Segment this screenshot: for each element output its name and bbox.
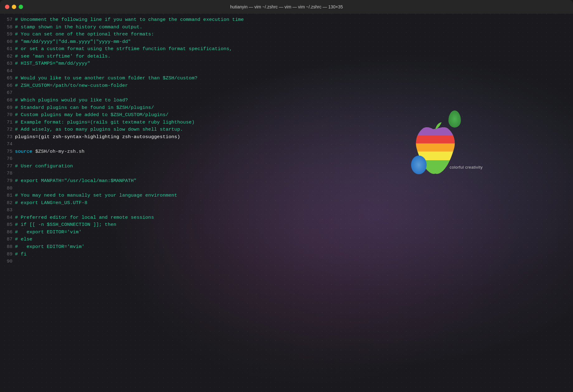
line-number: 87 [4,236,12,243]
line-number: 84 [4,214,12,222]
close-button[interactable] [5,5,9,9]
window-title: hutianyin — vim ~/.zshrc — vim — vim ~/.… [230,4,343,9]
code-line: 59# You can set one of the optional thre… [4,31,569,38]
line-number: 79 [4,177,12,185]
code-line: 84# Preferred editor for local and remot… [4,214,569,222]
line-content: # export EDITOR='mvim' [15,243,84,251]
line-content: # export EDITOR='vim' [15,229,82,236]
code-line: 62# see 'man strftime' for details. [4,53,569,60]
line-content: # You may need to manually set your lang… [15,192,177,199]
line-content [15,141,18,148]
code-line: 70# Custom plugins may be added to $ZSH_… [4,111,569,119]
code-line: 75source $ZSH/oh-my-zsh.sh [4,148,569,156]
line-content: # Standard plugins can be found in $ZSH/… [15,104,154,112]
line-number: 81 [4,192,12,199]
line-number: 85 [4,221,12,229]
maximize-button[interactable] [19,5,23,9]
code-line: 90 [4,258,569,265]
line-number: 68 [4,97,12,104]
line-number: 66 [4,82,12,90]
line-content: # Uncomment the following line if you wa… [15,16,244,24]
code-line: 65# Would you like to use another custom… [4,75,569,82]
line-content: # fi [15,251,26,258]
line-content: # Which plugins would you like to load? [15,97,128,104]
line-number: 71 [4,119,12,126]
line-number: 75 [4,148,12,156]
line-number: 82 [4,199,12,207]
code-line: 83 [4,207,569,214]
line-content: # Preferred editor for local and remote … [15,214,154,222]
line-content [15,258,18,265]
line-number: 83 [4,207,12,214]
code-line: 57# Uncomment the following line if you … [4,16,569,24]
line-content: # see 'man strftime' for details. [15,53,111,60]
line-content: # stamp shown in the history command out… [15,24,142,31]
line-content: # You can set one of the optional three … [15,31,154,38]
code-line: 66# ZSH_CUSTOM=/path/to/new-custom-folde… [4,82,569,90]
line-number: 65 [4,75,12,82]
line-content: # else [15,236,32,243]
code-line: 67 [4,89,569,97]
line-content: # HIST_STAMPS="mm/dd/yyyy" [15,60,90,68]
code-line: 79# export MANPATH="/usr/local/man:$MANP… [4,177,569,185]
code-line: 78 [4,170,569,177]
code-line: 77# User configuration [4,163,569,170]
line-content: # if [[ -n $SSH_CONNECTION ]]; then [15,221,116,229]
line-number: 62 [4,53,12,60]
line-content [15,207,18,214]
code-line: 87# else [4,236,569,243]
code-line: 85# if [[ -n $SSH_CONNECTION ]]; then [4,221,569,229]
minimize-button[interactable] [12,5,16,9]
traffic-lights [5,5,23,9]
line-content: plugins=(git zsh-syntax-highlighting zsh… [15,133,180,141]
line-number: 61 [4,45,12,53]
line-number: 63 [4,60,12,68]
terminal-window: hutianyin — vim ~/.zshrc — vim — vim ~/.… [0,0,573,392]
line-number: 77 [4,163,12,170]
svg-rect-2 [408,143,461,152]
code-line: 74 [4,141,569,148]
line-content [15,185,18,192]
colorful-creativity-text: colorful creativity [450,165,483,170]
line-number: 70 [4,111,12,119]
line-number: 64 [4,68,12,75]
code-line: 63# HIST_STAMPS="mm/dd/yyyy" [4,60,569,68]
line-number: 58 [4,24,12,31]
code-line: 61# or set a custom format using the str… [4,45,569,53]
line-content: # Example format: plugins=(rails git tex… [15,119,195,126]
code-line: 88# export EDITOR='mvim' [4,243,569,251]
line-number: 67 [4,89,12,97]
line-content [15,155,18,163]
code-line: 60# "mm/dd/yyyy"|"dd.mm.yyyy"|"yyyy-mm-d… [4,38,569,46]
line-number: 73 [4,133,12,141]
line-number: 60 [4,38,12,46]
line-content [15,68,18,75]
svg-rect-3 [408,135,461,143]
code-line: 73plugins=(git zsh-syntax-highlighting z… [4,133,569,141]
line-number: 57 [4,16,12,24]
code-line: 72# Add wisely, as too many plugins slow… [4,126,569,133]
line-content [15,170,18,177]
code-line: 58# stamp shown in the history command o… [4,24,569,31]
line-content: # or set a custom format using the strft… [15,45,232,53]
line-number: 59 [4,31,12,38]
line-content: # User configuration [15,163,73,170]
line-number: 80 [4,185,12,192]
code-line: 82# export LANG=en_US.UTF-8 [4,199,569,207]
code-line: 80 [4,185,569,192]
line-content: # Custom plugins may be added to $ZSH_CU… [15,111,168,119]
blue-orb [411,156,427,174]
line-number: 78 [4,170,12,177]
code-line: 86# export EDITOR='vim' [4,229,569,236]
line-content: # export LANG=en_US.UTF-8 [15,199,88,207]
code-line: 64 [4,68,569,75]
code-line: 71# Example format: plugins=(rails git t… [4,119,569,126]
line-content: # ZSH_CUSTOM=/path/to/new-custom-folder [15,82,128,90]
code-line: 81# You may need to manually set your la… [4,192,569,199]
line-number: 89 [4,251,12,258]
line-number: 72 [4,126,12,133]
terminal-content[interactable]: 57# Uncomment the following line if you … [0,14,573,392]
line-number: 74 [4,141,12,148]
line-number: 76 [4,155,12,163]
line-content: # Would you like to use another custom f… [15,75,197,82]
